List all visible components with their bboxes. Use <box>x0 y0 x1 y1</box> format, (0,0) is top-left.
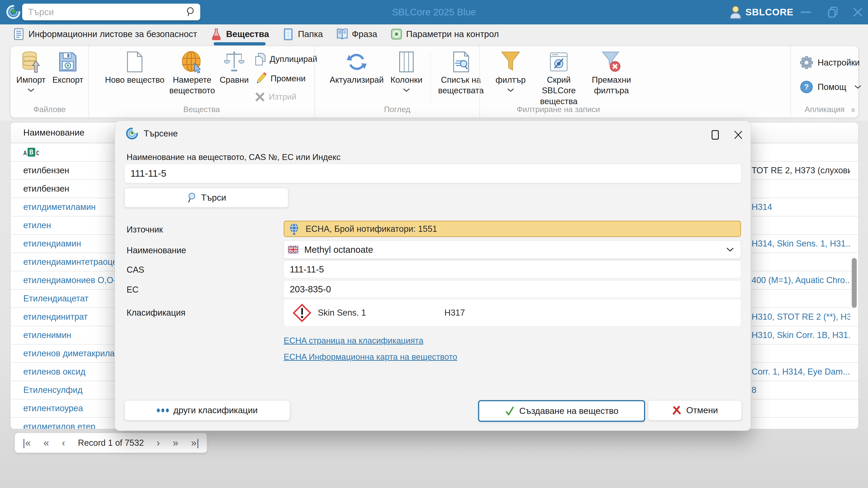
edit-label: Промени <box>271 74 306 84</box>
echa-classification-link[interactable]: ECHA страница на класификацията <box>284 336 423 346</box>
ec-value-field[interactable]: 203-835-0 <box>284 281 741 298</box>
substance-name[interactable]: Етиленсулфид <box>23 385 83 395</box>
tab-folder[interactable]: Папка <box>282 24 323 44</box>
uk-flag-icon <box>288 246 298 254</box>
ribbon-group-substances: Ново вещество Намерете веществото <box>89 46 314 118</box>
substance-name[interactable]: етиленов оксид <box>23 367 86 377</box>
echa-infocard-link[interactable]: ECHA Информационна карта на веществото <box>284 352 457 362</box>
active-tab-indicator <box>214 42 266 45</box>
user-account[interactable]: SBLCORE <box>730 0 794 24</box>
remove-filter-label: Премахни филтъра <box>589 74 634 96</box>
edit-button[interactable]: Промени <box>255 72 306 85</box>
substance-name[interactable]: етилендиамин <box>23 239 81 249</box>
dialog-close-button[interactable] <box>730 128 746 142</box>
substance-name[interactable]: етиленимин <box>23 330 71 340</box>
substance-name[interactable]: етилендиаминтетраоцетна <box>23 257 124 267</box>
cancel-label: Отмени <box>686 405 718 415</box>
help-label: Помощ <box>817 82 846 92</box>
classification-fragment: H314, Skin Sens. 1, H31... <box>752 239 850 249</box>
help-button[interactable]: ? Помощ <box>800 80 861 94</box>
filter-button[interactable]: филтър <box>493 49 529 92</box>
minimize-button[interactable] <box>796 0 816 24</box>
source-value[interactable]: ECHA, Брой нотификатори: 1551 <box>284 221 741 237</box>
next-record-button[interactable]: › <box>157 437 160 449</box>
tab-control-parameters[interactable]: Параметри на контрол <box>391 24 499 44</box>
tab-label: Вещества <box>226 29 269 39</box>
delete-button[interactable]: Изтрий <box>255 92 296 102</box>
substance-name[interactable]: етилметилов етер <box>23 422 95 429</box>
remove-filter-button[interactable]: Премахни филтъра <box>589 49 634 96</box>
classification-fragment: 400 (M=1), Aquatic Chro... <box>752 275 850 285</box>
export-label: Експорт <box>52 74 83 85</box>
export-button[interactable]: Експорт <box>51 49 85 85</box>
group-options-icon[interactable]: ≡ <box>851 106 855 114</box>
ghs07-exclamation-pictogram <box>292 303 312 323</box>
hide-sblcore-substances-button[interactable]: Скрий SBLCore вещества <box>531 49 587 107</box>
chevron-down-icon <box>726 248 734 252</box>
compare-button[interactable]: Сравни <box>217 49 251 85</box>
substance-name[interactable]: етилбензен <box>23 184 69 194</box>
dialog-maximize-button[interactable] <box>707 128 723 142</box>
ribbon-subdivider <box>430 52 431 104</box>
tab-safety-data-sheets[interactable]: Информационни листове за безопасност <box>13 24 197 44</box>
name-label: Наименование <box>127 246 186 255</box>
fast-prev-button[interactable]: « <box>43 437 49 449</box>
find-substance-label: Намерете веществото <box>162 74 223 96</box>
restore-button[interactable] <box>823 0 843 24</box>
search-query-input[interactable] <box>125 164 741 183</box>
substance-name[interactable]: етилдиметиламин <box>23 202 96 212</box>
ribbon-group-application: Настройки ? Помощ Апликация ≡ <box>791 46 858 118</box>
classification-value: Skin Sens. 1 <box>318 308 366 318</box>
dialog-title-bar: Търсене <box>126 127 178 140</box>
duplicate-label: Дуплицирай <box>270 55 317 64</box>
funnel-clear-icon <box>600 51 622 73</box>
substance-name[interactable]: етилен <box>23 221 51 230</box>
name-value: Methyl octanoate <box>304 245 373 255</box>
dialog-search-button[interactable]: Търси <box>124 188 288 207</box>
find-substance-button[interactable]: Намерете веществото <box>162 49 223 96</box>
substance-name[interactable]: етилбензен <box>23 166 69 175</box>
global-search-input[interactable] <box>22 7 185 17</box>
settings-button[interactable]: Настройки <box>800 56 860 69</box>
group-label-filtering: Филтриране на записи <box>480 105 637 114</box>
columns-button[interactable]: Колонки <box>390 49 423 92</box>
substance-name[interactable]: Етилендиацетат <box>23 294 89 303</box>
substance-name[interactable]: етиленов диметакрилат <box>23 349 119 358</box>
ribbon-group-view: Актуализирай Колонки <box>315 46 479 118</box>
globe-search-icon <box>181 51 204 73</box>
compare-label: Сравни <box>220 74 249 85</box>
refresh-icon <box>346 52 367 72</box>
prev-record-button[interactable]: ‹ <box>62 437 65 449</box>
name-dropdown[interactable]: Methyl octanoate <box>284 240 741 259</box>
search-field-label: Наименование на веществото, CAS №, ЕС ил… <box>127 153 340 162</box>
tab-substances[interactable]: Вещества <box>210 24 269 44</box>
new-substance-button[interactable]: Ново вещество <box>105 49 165 85</box>
close-button[interactable] <box>848 0 868 24</box>
last-record-button[interactable]: »| <box>191 437 199 449</box>
import-button[interactable]: Импорт <box>14 49 48 92</box>
fast-next-button[interactable]: » <box>173 437 178 449</box>
other-classifications-button[interactable]: други класификации <box>124 400 290 420</box>
other-classifications-label: други класификации <box>174 405 258 415</box>
substance-name[interactable]: етилендиамониев О,О-бис( <box>23 275 124 285</box>
echa-globe-icon <box>289 223 299 235</box>
substance-name[interactable]: етилентиоуреа <box>23 403 83 413</box>
search-icon[interactable] <box>185 6 195 18</box>
search-icon <box>186 192 196 203</box>
tab-phrase[interactable]: Фраза <box>336 24 377 44</box>
classification-fragment: Corr. 1, H314, Eye Dam.... <box>752 367 850 377</box>
create-substance-button[interactable]: Създаване на вещество <box>478 400 645 422</box>
duplicate-icon <box>255 53 266 66</box>
first-record-button[interactable]: |« <box>23 437 31 449</box>
duplicate-button[interactable]: Дуплицирай <box>255 53 317 66</box>
substance-name[interactable]: етилендинитрат <box>23 312 88 322</box>
cancel-button[interactable]: Отмени <box>648 400 742 420</box>
ec-label: ЕС <box>127 285 138 295</box>
title-bar: SBLCore 2025 Blue SBLCORE <box>0 0 868 24</box>
create-substance-label: Създаване на вещество <box>519 406 618 416</box>
cas-value-field[interactable]: 111-11-5 <box>284 260 741 278</box>
refresh-button[interactable]: Актуализирай <box>326 49 387 85</box>
search-dialog: Търсене Наименование на веществото, CAS … <box>115 121 751 431</box>
vertical-scrollbar[interactable] <box>852 258 857 308</box>
ribbon-panel: Импорт Експорт Файлове <box>10 46 859 118</box>
